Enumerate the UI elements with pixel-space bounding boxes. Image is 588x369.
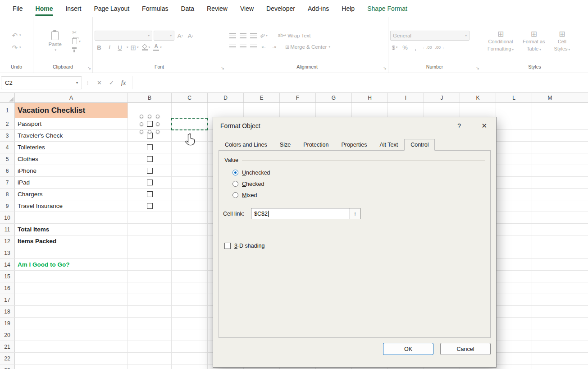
dialog-tab-size[interactable]: Size	[273, 139, 297, 151]
cell-L3[interactable]	[496, 130, 532, 141]
form-checkbox-B7[interactable]	[147, 180, 153, 185]
cell-M6[interactable]	[532, 165, 568, 176]
cell-G1[interactable]	[316, 103, 352, 118]
close-icon[interactable]: ✕	[481, 122, 487, 130]
row-header-2[interactable]: 2	[0, 118, 15, 129]
cell-A6[interactable]: iPhone	[15, 165, 128, 176]
row-header-19[interactable]: 19	[0, 318, 15, 329]
dialog-tab-properties[interactable]: Properties	[335, 139, 373, 151]
cell-L22[interactable]	[496, 353, 532, 364]
cell-C20[interactable]	[172, 329, 208, 341]
cell-B8[interactable]	[128, 189, 172, 200]
cell-B9[interactable]	[128, 200, 172, 212]
cell-L23[interactable]	[496, 364, 532, 369]
menu-tab-page-layout[interactable]: Page Layout	[87, 0, 136, 17]
cell-L8[interactable]	[496, 189, 532, 200]
percent-style-button[interactable]: %	[401, 43, 410, 52]
cell-B12[interactable]	[128, 235, 172, 247]
cell-L2[interactable]	[496, 118, 532, 129]
value-option-checked[interactable]: Checked	[232, 178, 490, 189]
cell-B17[interactable]	[128, 294, 172, 305]
cell-C6[interactable]	[172, 165, 208, 176]
cell-B13[interactable]	[128, 247, 172, 258]
column-header-D[interactable]: D	[208, 93, 244, 102]
value-option-mixed[interactable]: Mixed	[232, 189, 490, 201]
cell-C15[interactable]	[172, 271, 208, 282]
form-checkbox-B9[interactable]	[147, 203, 153, 209]
cell-C11[interactable]	[172, 224, 208, 235]
row-header-16[interactable]: 16	[0, 282, 15, 294]
fill-color-button[interactable]: ▾	[141, 43, 151, 52]
column-header-I[interactable]: I	[388, 93, 424, 102]
column-header-J[interactable]: J	[424, 93, 460, 102]
cell-L11[interactable]	[496, 224, 532, 235]
cell-C3[interactable]	[172, 130, 208, 141]
cell-L4[interactable]	[496, 142, 532, 153]
font-dialog-launcher-icon[interactable]: ↘	[221, 66, 224, 70]
cell-C22[interactable]	[172, 353, 208, 364]
number-dialog-launcher-icon[interactable]: ↘	[476, 66, 479, 70]
row-header-7[interactable]: 7	[0, 177, 15, 188]
undo-button[interactable]: ↶▾	[10, 31, 23, 40]
row-header-4[interactable]: 4	[0, 142, 15, 153]
name-box[interactable]: C2 ▾	[1, 76, 82, 89]
paste-button[interactable]: Paste ▾	[43, 20, 67, 63]
increase-font-size-button[interactable]: A↑	[176, 31, 185, 40]
cell-M18[interactable]	[532, 306, 568, 317]
font-color-button[interactable]: A▾	[152, 43, 163, 52]
cell-K1[interactable]	[460, 103, 496, 118]
cell-B11[interactable]	[128, 224, 172, 235]
help-button[interactable]: ?	[457, 122, 461, 129]
alignment-dialog-launcher-icon[interactable]: ↘	[383, 66, 387, 70]
cell-A5[interactable]: Clothes	[15, 153, 128, 165]
cell-C2[interactable]	[172, 118, 208, 129]
cell-L17[interactable]	[496, 294, 532, 305]
cell-I1[interactable]	[388, 103, 424, 118]
row-header-15[interactable]: 15	[0, 271, 15, 282]
row-header-10[interactable]: 10	[0, 212, 15, 223]
cell-L10[interactable]	[496, 212, 532, 223]
row-header-21[interactable]: 21	[0, 341, 15, 352]
row-header-9[interactable]: 9	[0, 200, 15, 212]
cell-L14[interactable]	[496, 259, 532, 270]
row-header-13[interactable]: 13	[0, 247, 15, 258]
row-header-22[interactable]: 22	[0, 353, 15, 364]
align-left-button[interactable]	[228, 42, 237, 51]
cell-A10[interactable]	[15, 212, 128, 223]
cell-L1[interactable]	[496, 103, 532, 118]
decrease-indent-button[interactable]: ⇤	[259, 42, 268, 51]
cell-B2[interactable]	[128, 118, 172, 129]
cell-C10[interactable]	[172, 212, 208, 223]
cell-L19[interactable]	[496, 318, 532, 329]
cancel-button[interactable]: Cancel	[440, 343, 491, 355]
menu-tab-insert[interactable]: Insert	[59, 0, 87, 17]
format-as-table-button[interactable]: ⊞ Format as Table▾	[518, 30, 550, 52]
cell-A11[interactable]: Total Items	[15, 224, 128, 235]
cell-C19[interactable]	[172, 318, 208, 329]
cell-M16[interactable]	[532, 282, 568, 294]
menu-tab-add-ins[interactable]: Add-ins	[301, 0, 335, 17]
copy-button[interactable]: ▾	[70, 37, 82, 45]
cell-A23[interactable]	[15, 364, 128, 369]
column-header-M[interactable]: M	[532, 93, 568, 102]
accounting-format-button[interactable]: $▾	[390, 43, 399, 52]
align-middle-button[interactable]	[238, 31, 247, 40]
dialog-titlebar[interactable]: Format Object ? ✕	[213, 117, 496, 134]
3d-shading-checkbox[interactable]	[224, 243, 231, 249]
row-header-14[interactable]: 14	[0, 259, 15, 270]
row-header-17[interactable]: 17	[0, 294, 15, 305]
cell-M10[interactable]	[532, 212, 568, 223]
cell-L6[interactable]	[496, 165, 532, 176]
form-checkbox-B3[interactable]	[147, 133, 153, 138]
collapse-dialog-button[interactable]: ↑	[350, 208, 360, 219]
row-header-6[interactable]: 6	[0, 165, 15, 176]
cell-A9[interactable]: Travel Insurance	[15, 200, 128, 212]
cell-C9[interactable]	[172, 200, 208, 212]
conditional-formatting-button[interactable]: ⊞ Conditional Formatting▾	[483, 30, 518, 52]
orientation-button[interactable]: ab▾	[259, 31, 269, 40]
cell-A16[interactable]	[15, 282, 128, 294]
increase-indent-button[interactable]: ⇥	[269, 42, 278, 51]
clipboard-dialog-launcher-icon[interactable]: ↘	[87, 66, 91, 70]
increase-decimal-button[interactable]: ←.00	[421, 43, 433, 52]
cell-A2[interactable]: Passport	[15, 118, 128, 129]
